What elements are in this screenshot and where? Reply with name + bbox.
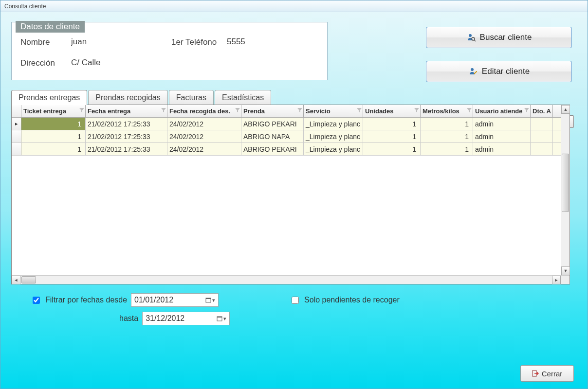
scroll-left-icon[interactable]: ◄ (12, 276, 20, 284)
grid-header: Ticket entrega Fecha entrega Fecha recog… (12, 105, 570, 118)
cell-fecha-entrega: 21/02/2012 17:25:33 (86, 130, 167, 142)
table-row[interactable]: 1 21/02/2012 17:25:33 24/02/2012 ABRIGO … (12, 143, 570, 156)
calendar-icon (205, 297, 211, 303)
filter-icon (524, 108, 529, 113)
cell-fecha-recogida: 24/02/2012 (167, 118, 241, 130)
cell-dto (531, 118, 553, 130)
svg-line-2 (474, 40, 476, 41)
cell-metros: 1 (421, 130, 473, 142)
header-metros[interactable]: Metros/kilos (421, 105, 473, 117)
filter-icon (79, 108, 84, 113)
table-row[interactable]: 1 21/02/2012 17:25:33 24/02/2012 ABRIGO … (12, 118, 570, 130)
desde-date-input[interactable]: 01/01/2012 ▾ (131, 293, 219, 307)
tel-label: 1er Teléfono (171, 37, 225, 47)
buscar-label: Buscar cliente (480, 33, 532, 42)
fieldset-legend: Datos de cliente (16, 21, 85, 33)
svg-point-3 (471, 68, 474, 71)
nombre-label: Nombre (20, 37, 69, 47)
table-row[interactable]: 1 21/02/2012 17:25:33 24/02/2012 ABRIGO … (12, 130, 570, 143)
filter-icon (467, 108, 472, 113)
dir-input[interactable] (69, 57, 312, 69)
filter-icon (414, 108, 419, 113)
buscar-cliente-button[interactable]: Buscar cliente (426, 27, 572, 48)
tab-facturas[interactable]: Facturas (169, 90, 214, 105)
cell-fecha-entrega: 21/02/2012 17:25:33 (86, 143, 167, 155)
window: Consulta cliente Datos de cliente Nombre… (0, 0, 588, 389)
client-data-fieldset: Datos de cliente Nombre 1er Teléfono Dir… (11, 22, 328, 80)
calendar-icon (217, 316, 222, 321)
content: Datos de cliente Nombre 1er Teléfono Dir… (0, 12, 588, 389)
cell-prenda: ABRIGO PEKARI (241, 118, 304, 130)
solo-pendientes-label: Solo pendientes de recoger (304, 296, 400, 304)
cell-servicio: _Limpieza y planc (304, 143, 363, 155)
header-ticket[interactable]: Ticket entrega (21, 105, 86, 117)
tel-input[interactable] (225, 36, 312, 48)
cell-dto (531, 143, 553, 155)
header-prenda[interactable]: Prenda (241, 105, 304, 117)
hasta-date-input[interactable]: 31/12/2012 ▾ (142, 312, 230, 325)
filtrar-fechas-checkbox[interactable] (33, 297, 40, 304)
filter-row-2: hasta 31/12/2012 ▾ (11, 312, 577, 325)
header-unidades[interactable]: Unidades (363, 105, 421, 117)
cell-ticket: 1 (21, 118, 86, 130)
tab-entregas[interactable]: Prendas entregas (11, 90, 87, 105)
cell-unidades: 1 (363, 118, 421, 130)
cell-dto (531, 130, 553, 142)
data-grid: Ticket entrega Fecha entrega Fecha recog… (11, 105, 570, 284)
cell-fecha-entrega: 21/02/2012 17:25:33 (86, 118, 167, 130)
hasta-value: 31/12/2012 (146, 314, 184, 323)
scroll-right-icon[interactable]: ► (552, 276, 561, 284)
cell-prenda: ABRIGO PEKARI (241, 143, 304, 155)
cell-ticket: 1 (21, 143, 86, 155)
scroll-down-icon[interactable]: ▼ (561, 266, 570, 275)
filter-icon (161, 108, 166, 113)
header-fecha-recogida[interactable]: Fecha recogida des. (167, 105, 241, 117)
grid-body: 1 21/02/2012 17:25:33 24/02/2012 ABRIGO … (12, 118, 570, 284)
cell-prenda: ABRIGO NAPA (241, 130, 304, 142)
exit-icon (532, 370, 539, 377)
cell-fecha-recogida: 24/02/2012 (167, 130, 241, 142)
header-servicio[interactable]: Servicio (304, 105, 363, 117)
editar-label: Editar cliente (482, 67, 530, 76)
user-edit-icon (468, 67, 478, 76)
filter-icon (235, 108, 240, 113)
solo-pendientes-checkbox[interactable] (292, 297, 299, 304)
filtrar-fechas-label: Filtrar por fechas desde (45, 296, 127, 304)
dir-label: Dirección (20, 58, 69, 68)
cell-servicio: _Limpieza y planc (304, 118, 363, 130)
editar-cliente-button[interactable]: Editar cliente (426, 61, 572, 82)
filter-icon (357, 108, 362, 113)
header-usuario[interactable]: Usuario atiende (473, 105, 531, 117)
cell-fecha-recogida: 24/02/2012 (167, 143, 241, 155)
scroll-thumb[interactable] (562, 154, 569, 212)
scroll-thumb-h[interactable] (21, 276, 36, 283)
vertical-scrollbar[interactable]: ▲ ▼ (561, 105, 570, 275)
cell-unidades: 1 (363, 143, 421, 155)
calendar-dropdown-icon[interactable]: ▾ (205, 297, 215, 303)
cerrar-button[interactable]: Cerrar (520, 365, 574, 382)
header-fecha-entrega[interactable]: Fecha entrega (86, 105, 167, 117)
svg-rect-12 (217, 317, 222, 318)
titlebar: Consulta cliente (0, 0, 588, 12)
cell-unidades: 1 (363, 130, 421, 142)
filter-icon (297, 108, 302, 113)
filter-row-1: Filtrar por fechas desde 01/01/2012 ▾ So… (11, 293, 577, 307)
tab-recogidas[interactable]: Prendas recogidas (88, 90, 167, 105)
tab-stats[interactable]: Estadísticas (215, 90, 271, 105)
header-dto[interactable]: Dto. A (531, 105, 553, 117)
svg-point-0 (469, 34, 472, 37)
svg-rect-10 (206, 298, 211, 299)
horizontal-scrollbar[interactable]: ◄ ► (12, 275, 561, 284)
hasta-label: hasta (119, 314, 138, 323)
cell-usuario: admin (473, 143, 531, 155)
calendar-dropdown-icon[interactable]: ▾ (217, 316, 226, 322)
cell-metros: 1 (421, 143, 473, 155)
scroll-up-icon[interactable]: ▲ (561, 105, 570, 114)
cell-usuario: admin (473, 118, 531, 130)
nombre-input[interactable] (69, 36, 157, 48)
cerrar-label: Cerrar (542, 370, 563, 378)
row-indicator-icon (12, 130, 21, 142)
scroll-corner (561, 275, 570, 284)
cell-servicio: _Limpieza y planc (304, 130, 363, 142)
row-indicator-icon (12, 143, 21, 155)
